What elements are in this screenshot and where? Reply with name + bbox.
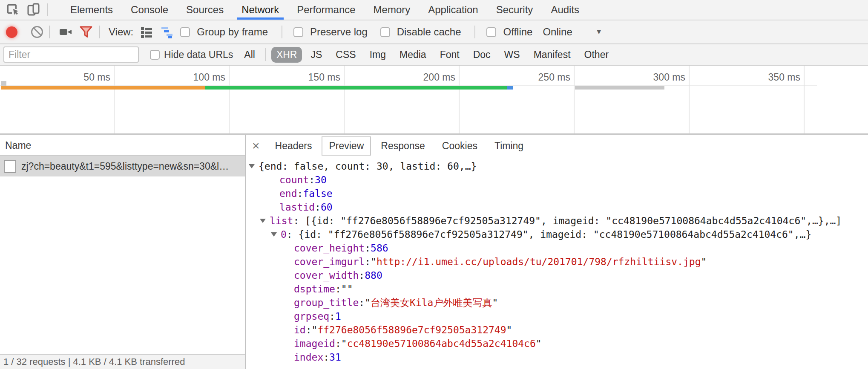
timeline-tick-label: 100 ms xyxy=(161,70,225,84)
tree-key: list xyxy=(270,214,293,228)
tree-key: cover_imgurl xyxy=(294,255,365,269)
overview-waterfall-segment xyxy=(1,86,205,90)
capture-screenshots-icon[interactable] xyxy=(58,25,73,39)
filter-type-manifest[interactable]: Manifest xyxy=(529,47,576,63)
group-by-frame-label: Group by frame xyxy=(197,26,268,38)
tree-text: " xyxy=(371,255,377,269)
tree-line[interactable]: count: 30 xyxy=(279,173,868,187)
tab-network[interactable]: Network xyxy=(233,0,288,20)
request-name[interactable]: zj?ch=beauty&t1=595&listtype=new&sn=30&l… xyxy=(21,161,229,172)
tree-text: : xyxy=(323,350,329,364)
filter-type-xhr[interactable]: XHR xyxy=(271,47,302,63)
throttling-select[interactable]: Online xyxy=(543,26,572,38)
tab-security[interactable]: Security xyxy=(487,0,542,20)
hide-data-urls-checkbox[interactable] xyxy=(150,50,160,60)
tree-line[interactable]: cover_width: 880 xyxy=(294,269,868,282)
tree-line[interactable]: cover_height: 586 xyxy=(294,241,868,255)
filter-type-css[interactable]: CSS xyxy=(331,47,361,63)
request-row[interactable]: zj?ch=beauty&t1=595&listtype=new&sn=30&l… xyxy=(0,156,245,176)
tree-number: 30 xyxy=(315,173,327,187)
filter-type-pills: XHRJSCSSImgMediaFontDocWSManifestOther xyxy=(270,47,615,63)
tab-performance[interactable]: Performance xyxy=(288,0,364,20)
tree-line[interactable]: lastid: 60 xyxy=(279,200,868,214)
tree-line[interactable]: dsptime: "" xyxy=(294,282,868,296)
tree-line[interactable]: grpseq: 1 xyxy=(294,309,868,323)
toggle-device-toolbar-icon[interactable] xyxy=(26,3,41,17)
tree-line[interactable]: {end: false, count: 30, lastid: 60,…} xyxy=(249,159,868,173)
network-toolbar: View: Group by frame Preserve log xyxy=(0,20,868,44)
tree-line[interactable]: cover_imgurl: "http://i1.umei.cc/uploads… xyxy=(294,255,868,269)
tab-sources[interactable]: Sources xyxy=(177,0,233,20)
filter-type-all[interactable]: All xyxy=(239,47,260,63)
disable-cache-label: Disable cache xyxy=(397,26,461,38)
tab-console[interactable]: Console xyxy=(122,0,177,20)
timeline-overview[interactable]: 50 ms100 ms150 ms200 ms250 ms300 ms350 m… xyxy=(0,66,868,135)
tab-elements[interactable]: Elements xyxy=(61,0,122,20)
group-by-frame-checkbox[interactable] xyxy=(180,27,190,37)
name-column-header[interactable]: Name xyxy=(0,135,245,156)
filter-type-media[interactable]: Media xyxy=(394,47,431,63)
tree-key: cover_height xyxy=(294,241,365,255)
tree-line[interactable]: id: "ff276e8056f58896e7cf92505a312749" xyxy=(294,323,868,337)
expand-triangle-icon[interactable] xyxy=(249,164,255,168)
tree-line[interactable]: imageid: "cc48190e57100864abc4d55a2c4104… xyxy=(294,337,868,350)
tree-text: : xyxy=(335,337,341,350)
tree-line[interactable]: index: 31 xyxy=(294,350,868,364)
tree-line[interactable]: group_title: "台湾美女Kila户外唯美写真" xyxy=(294,296,868,309)
details-panel: × HeadersPreviewResponseCookiesTiming {e… xyxy=(246,135,868,369)
tree-number: false xyxy=(303,187,332,200)
tree-key: 0 xyxy=(281,228,287,241)
timeline-gridline xyxy=(229,66,230,133)
timeline-tick-label: 200 ms xyxy=(391,70,455,84)
tree-text: " xyxy=(365,296,371,309)
filter-input[interactable] xyxy=(3,46,139,63)
timeline-gridline xyxy=(344,66,345,133)
filter-type-other[interactable]: Other xyxy=(579,47,614,63)
detail-tab-preview[interactable]: Preview xyxy=(322,136,371,156)
tree-line[interactable]: list: [{id: "ff276e8056f58896e7cf92505a3… xyxy=(260,214,868,228)
request-checkbox[interactable] xyxy=(4,160,16,173)
filter-type-doc[interactable]: Doc xyxy=(468,47,496,63)
filter-type-img[interactable]: Img xyxy=(365,47,391,63)
tab-audits[interactable]: Audits xyxy=(542,0,588,20)
expand-triangle-icon[interactable] xyxy=(271,232,277,237)
waterfall-view-icon[interactable] xyxy=(161,25,175,39)
expand-triangle-icon[interactable] xyxy=(260,219,266,223)
close-icon[interactable]: × xyxy=(252,139,260,152)
clear-icon[interactable] xyxy=(31,26,43,38)
list-view-icon[interactable] xyxy=(139,25,154,39)
tree-line[interactable]: 0: {id: "ff276e8056f58896e7cf92505a31274… xyxy=(271,228,868,241)
detail-tab-response[interactable]: Response xyxy=(374,136,432,156)
filter-type-font[interactable]: Font xyxy=(435,47,465,63)
record-icon[interactable] xyxy=(6,26,17,38)
timeline-tick-label: 50 ms xyxy=(46,70,110,84)
view-label: View: xyxy=(109,26,133,38)
timeline-tick-label: 350 ms xyxy=(736,70,800,84)
tab-application[interactable]: Application xyxy=(419,0,487,20)
disable-cache-checkbox[interactable] xyxy=(380,27,390,37)
chevron-down-icon[interactable]: ▼ xyxy=(595,28,603,36)
detail-tab-cookies[interactable]: Cookies xyxy=(435,136,485,156)
preserve-log-checkbox[interactable] xyxy=(293,27,303,37)
timeline-gridline xyxy=(804,66,805,133)
filter-type-ws[interactable]: WS xyxy=(499,47,525,63)
tab-memory[interactable]: Memory xyxy=(365,0,420,20)
divider xyxy=(47,3,48,16)
hide-data-urls-label: Hide data URLs xyxy=(164,49,233,61)
tree-string: cc48190e57100864abc4d55a2c4104c6 xyxy=(347,337,536,350)
detail-tab-timing[interactable]: Timing xyxy=(487,136,531,156)
tree-text: " xyxy=(312,323,318,337)
offline-checkbox[interactable] xyxy=(486,27,496,37)
filter-funnel-icon[interactable] xyxy=(79,25,93,39)
timeline-gridline xyxy=(689,66,690,133)
tree-line[interactable]: end: false xyxy=(279,187,868,200)
tree-text: : xyxy=(315,200,321,214)
divider xyxy=(282,26,282,38)
tree-number: 880 xyxy=(365,269,382,282)
tree-text: : [{id: "ff276e8056f58896e7cf92505a31274… xyxy=(293,214,842,228)
timeline-gridline xyxy=(114,66,115,133)
detail-tab-headers[interactable]: Headers xyxy=(268,136,319,156)
tree-number: 31 xyxy=(329,350,341,364)
filter-type-js[interactable]: JS xyxy=(305,47,327,63)
inspect-element-icon[interactable] xyxy=(6,3,20,17)
